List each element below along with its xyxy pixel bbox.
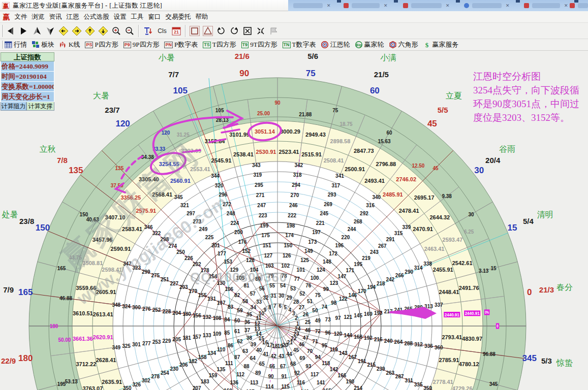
zoom-out-icon — [125, 26, 135, 36]
spiral-number: 46 — [299, 342, 305, 347]
calc-support-button[interactable]: 计算支撑 — [26, 102, 54, 111]
menu-item-6[interactable]: 设置 — [111, 13, 129, 21]
percent-label: 9.38 — [442, 193, 452, 199]
toolbar-button-zoom-in[interactable] — [110, 24, 123, 38]
ribbon-item-3[interactable]: K线 — [59, 40, 80, 49]
toolbar-button-nav-prev[interactable] — [4, 24, 17, 38]
calc-resistance-button[interactable]: 计算阻力 — [1, 102, 26, 111]
toolbar-button-tri-down[interactable] — [44, 24, 57, 38]
price-degree-label: 2628.41 — [96, 357, 116, 363]
spiral-number: 114 — [265, 384, 274, 389]
spiral-number: 101 — [297, 267, 305, 273]
price-degree-label: 2448.41 — [439, 289, 459, 295]
diamond-left-icon — [58, 26, 69, 36]
menu-item-9[interactable]: 交易委托 — [163, 13, 193, 21]
spiral-number: 94 — [315, 354, 321, 360]
spiral-number: 287 — [395, 374, 404, 379]
ribbon-item-6[interactable]: PNP数字表 — [164, 40, 198, 49]
spiral-number: 8 — [268, 305, 271, 310]
menu-item-4[interactable]: 江恩 — [64, 13, 81, 21]
percent-label: 31.25 — [177, 132, 190, 138]
ribbon-item-8[interactable]: T99T四方形 — [241, 40, 277, 49]
toolbar-button-center-arrows[interactable] — [254, 24, 267, 38]
spiral-number: 58 — [242, 299, 249, 304]
toolbar-button-flag[interactable] — [267, 24, 281, 38]
toolbar-button-square-tool[interactable] — [188, 24, 201, 38]
toolbar-button-t-down[interactable] — [141, 24, 154, 38]
ribbon-label: T四方形 — [212, 40, 236, 49]
spiral-number: 219 — [362, 255, 370, 261]
spiral-number: 57 — [250, 291, 256, 297]
price-degree-label: 2553.41 — [190, 166, 210, 172]
spiral-number: 136 — [230, 380, 238, 385]
outer-degree-label: 345 — [522, 353, 537, 363]
spiral-number: 37 — [244, 328, 251, 333]
toolbar-button-triangle-tool[interactable] — [201, 24, 214, 38]
ribbon-item-9[interactable]: TNT数字表 — [283, 40, 316, 49]
price-percent-label: 3508.81 — [82, 260, 103, 266]
percent-label: 53.13 — [65, 379, 78, 384]
spiral-number: 102 — [281, 263, 290, 269]
menu-item-3[interactable]: 资讯 — [47, 13, 64, 21]
degree-label: 15 — [490, 266, 497, 271]
toolbar-button-nav-next[interactable] — [17, 24, 30, 38]
menu-item-10[interactable]: 帮助 — [193, 13, 210, 21]
quote-table-icon — [5, 41, 12, 48]
hexagon-icon — [389, 41, 397, 48]
price-degree-label: 2583.41 — [122, 226, 142, 232]
spiral-number: 149 — [304, 248, 313, 254]
toolbar-button-diamond-left[interactable] — [57, 24, 70, 38]
spiral-number: 343 — [252, 162, 261, 168]
price-percent-label: 3101.99 — [229, 132, 250, 138]
spiral-number: 345 — [174, 194, 183, 200]
price-degree-label: 2515.91 — [301, 151, 322, 157]
spiral-number: 190 — [346, 379, 354, 384]
spiral-number: 177 — [218, 251, 226, 256]
outer-degree-label: 0 — [527, 287, 532, 297]
ribbon-item-13[interactable]: $赢家服务 — [423, 40, 459, 49]
spiral-number: 4 — [289, 307, 292, 313]
spiral-number: 175 — [261, 233, 270, 238]
outer-date-label: 21/6 — [235, 52, 250, 60]
ribbon-item-4[interactable]: PSP四方形 — [85, 40, 118, 49]
toolbar-button-box-x[interactable] — [241, 24, 254, 38]
svg-text:$: $ — [425, 41, 428, 48]
ribbon-item-5[interactable]: P99P四方形 — [123, 40, 160, 49]
spiral-number: 218 — [377, 281, 385, 286]
spiral-number: 295 — [255, 182, 263, 188]
ribbon-item-11[interactable]: Big赢家轮 — [355, 40, 384, 49]
spiral-number: 72 — [315, 329, 321, 334]
toolbar-button-rotate-ccw[interactable] — [214, 24, 228, 38]
toolbar-button-diamond-right[interactable] — [70, 24, 83, 38]
toolbar-button-tri-up[interactable] — [30, 24, 44, 38]
toolbar-button-cls[interactable]: Cls — [154, 24, 170, 38]
ribbon-item-2[interactable]: 板块 — [32, 40, 54, 49]
spiral-number: 182 — [189, 359, 197, 364]
toolbar-button-calendar[interactable]: 21 — [170, 24, 183, 38]
menu-item-1[interactable]: 文件 — [12, 13, 29, 21]
menu-item-8[interactable]: 窗口 — [146, 13, 163, 21]
spiral-number: 69 — [299, 355, 305, 361]
toolbar-button-rotate-cw[interactable] — [228, 24, 241, 38]
ribbon-item-12[interactable]: 六角形 — [389, 40, 418, 49]
spiral-number: 335 — [414, 382, 423, 387]
spiral-number: 121 — [344, 314, 352, 320]
price-percent-label: 2796.88 — [376, 161, 396, 167]
ribbon-item-7[interactable]: TST四方形 — [203, 40, 236, 49]
spiral-number: 347 — [123, 261, 132, 267]
menu-item-5[interactable]: 公式选股 — [81, 13, 111, 21]
menu-item-2[interactable]: 浏览 — [29, 13, 47, 21]
price-percent-label: 3661.36 — [73, 336, 93, 342]
spiral-number: 86 — [228, 343, 234, 348]
spiral-number: 203 — [179, 284, 188, 290]
outer-term-label: 小暑 — [159, 53, 175, 62]
toolbar-button-diamond-up[interactable] — [83, 24, 97, 38]
ribbon-item-10[interactable]: 江恩轮 — [321, 40, 350, 49]
toolbar-button-diamond-down[interactable] — [97, 24, 110, 38]
ribbon-item-1[interactable]: 行情 — [5, 40, 27, 49]
price-degree-label: 2485.91 — [383, 191, 403, 198]
spiral-number: 160 — [224, 388, 232, 390]
spiral-number: 145 — [354, 313, 362, 318]
menu-item-7[interactable]: 工具 — [129, 13, 146, 21]
toolbar-button-zoom-out[interactable] — [123, 24, 136, 38]
